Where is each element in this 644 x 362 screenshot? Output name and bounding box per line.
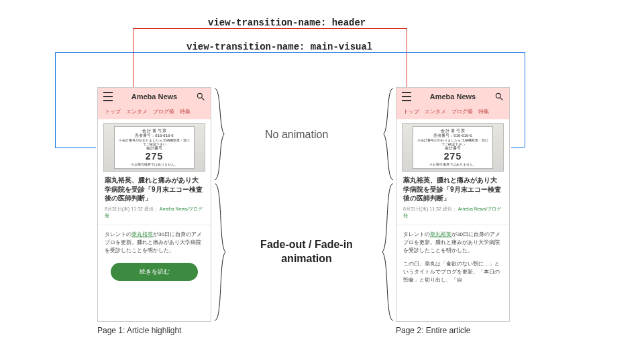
caption-page1: Page 1: Article highlight <box>97 326 181 335</box>
ticket-patient: 患者番号：616-616-6 <box>117 133 191 138</box>
page2-body-p2: この日、薬丸は「食欲のない朝に…」というタイトルでブログを更新。「本日の朝食」と… <box>396 257 509 287</box>
ticket-number: 275 <box>117 151 191 162</box>
menu-icon[interactable] <box>103 92 113 101</box>
ticket-note2: ※お薬引換券ではありません。 <box>117 162 191 166</box>
svg-line-3 <box>500 98 503 101</box>
ticket-title: 会 計 番 号 票 <box>117 129 191 133</box>
tab-top[interactable]: トップ <box>105 108 121 115</box>
ticket-num-label: 会計番号 <box>416 146 490 151</box>
ticket-patient: 患者番号：616-616-6 <box>416 133 490 138</box>
search-icon[interactable] <box>196 92 205 101</box>
tab-blog[interactable]: ブログ発 <box>153 108 174 115</box>
ticket-note1: ※会計番号がかわりましたら 出納機変更・窓口でご確認下さい <box>416 138 490 146</box>
caption-page2: Page 2: Entire article <box>396 326 470 335</box>
annotation-fade: Fade-out / Fade-in animation <box>246 238 367 266</box>
connector-red-v-right <box>407 28 407 90</box>
page1-header: Ameba News トップ エンタメ ブログ発 特集 <box>98 88 211 119</box>
ticket-image: 会 計 番 号 票 患者番号：616-616-6 ※会計番号がかわりましたら 出… <box>114 126 195 169</box>
page1-meta: 8月31日(木) 11:32 提供： Ameba News/ブログ発 <box>98 204 211 222</box>
page2-main-visual: 会 計 番 号 票 患者番号：616-616-6 ※会計番号がかわりましたら 出… <box>402 123 504 172</box>
site-title: Ameba News <box>430 93 476 101</box>
brace-no-anim-left <box>382 87 394 181</box>
page1-body: タレントの薬丸裕英が30日に自身のアメブロを更新。腫れと痛みがあり大学病院を受診… <box>98 228 211 257</box>
page1-mockup: Ameba News トップ エンタメ ブログ発 特集 会 計 番 号 票 患者… <box>97 87 211 322</box>
site-title: Ameba News <box>131 93 177 101</box>
page2-tabs[interactable]: トップ エンタメ ブログ発 特集 <box>396 105 509 118</box>
connector-blue-stub-right <box>511 147 525 148</box>
ticket-title: 会 計 番 号 票 <box>416 129 490 133</box>
body-pre: タレントの <box>403 231 430 237</box>
read-more-button[interactable]: 続きを読む <box>111 263 198 281</box>
page1-main-visual: 会 計 番 号 票 患者番号：616-616-6 ※会計番号がかわりましたら 出… <box>103 123 205 172</box>
meta-time: 8月31日(木) 11:32 <box>105 206 143 211</box>
tab-entame[interactable]: エンタメ <box>126 108 148 115</box>
tab-entame[interactable]: エンタメ <box>425 108 446 115</box>
vt-name-header: view-transition-name: header <box>208 17 366 28</box>
page2-meta: 8月31日(木) 11:32 提供： Ameba News/ブログ発 <box>396 204 509 222</box>
ticket-image: 会 計 番 号 票 患者番号：616-616-6 ※会計番号がかわりましたら 出… <box>413 126 493 169</box>
page1-tabs[interactable]: トップ エンタメ ブログ発 特集 <box>98 105 211 118</box>
svg-point-0 <box>197 93 202 98</box>
connector-blue-v-right <box>525 52 525 147</box>
tab-feature[interactable]: 特集 <box>478 108 489 115</box>
brace-no-anim-right <box>213 87 225 181</box>
connector-blue-h <box>55 52 525 53</box>
meta-provider-label: 提供： <box>443 206 457 211</box>
connector-blue-v-left <box>55 52 56 147</box>
page2-header: Ameba News トップ エンタメ ブログ発 特集 <box>396 88 509 119</box>
page2-body-p1: タレントの薬丸裕英が30日に自身のアメブロを更新。腫れと痛みがあり大学病院を受診… <box>396 228 509 257</box>
svg-line-1 <box>202 98 205 101</box>
page1-headline: 薬丸裕英、腫れと痛みがあり大学病院を受診「9月末エコー検査後の医師判断」 <box>98 172 211 204</box>
meta-provider-label: 提供： <box>144 206 158 211</box>
ticket-note2: ※お薬引換券ではありません。 <box>416 162 490 166</box>
ticket-number: 275 <box>416 151 490 162</box>
tab-top[interactable]: トップ <box>403 108 419 115</box>
vt-name-main-visual: view-transition-name: main-visual <box>186 42 372 52</box>
ticket-note1: ※会計番号がかわりましたら 出納機変更・窓口でご確認下さい <box>117 138 191 146</box>
ticket-num-label: 会計番号 <box>117 146 191 151</box>
body-link[interactable]: 薬丸裕英 <box>430 231 451 237</box>
search-icon[interactable] <box>494 92 504 101</box>
connector-red-h <box>133 28 407 29</box>
divider <box>98 225 211 225</box>
body-pre: タレントの <box>105 231 131 237</box>
page2-mockup: Ameba News トップ エンタメ ブログ発 特集 会 計 番 号 票 患者… <box>396 87 510 322</box>
connector-red-v-left <box>133 28 133 90</box>
svg-point-2 <box>496 93 500 98</box>
tab-feature[interactable]: 特集 <box>180 108 191 115</box>
connector-blue-stub-left <box>55 147 96 148</box>
tab-blog[interactable]: ブログ発 <box>451 108 473 115</box>
menu-icon[interactable] <box>402 92 411 101</box>
brace-fade-left <box>381 182 394 322</box>
divider <box>396 225 509 225</box>
brace-fade-right <box>213 182 227 322</box>
meta-time: 8月31日(木) 11:32 <box>403 206 441 211</box>
page2-headline: 薬丸裕英、腫れと痛みがあり大学病院を受診「9月末エコー検査後の医師判断」 <box>396 172 509 204</box>
body-link[interactable]: 薬丸裕英 <box>131 231 153 237</box>
annotation-no-animation: No animation <box>265 129 328 141</box>
